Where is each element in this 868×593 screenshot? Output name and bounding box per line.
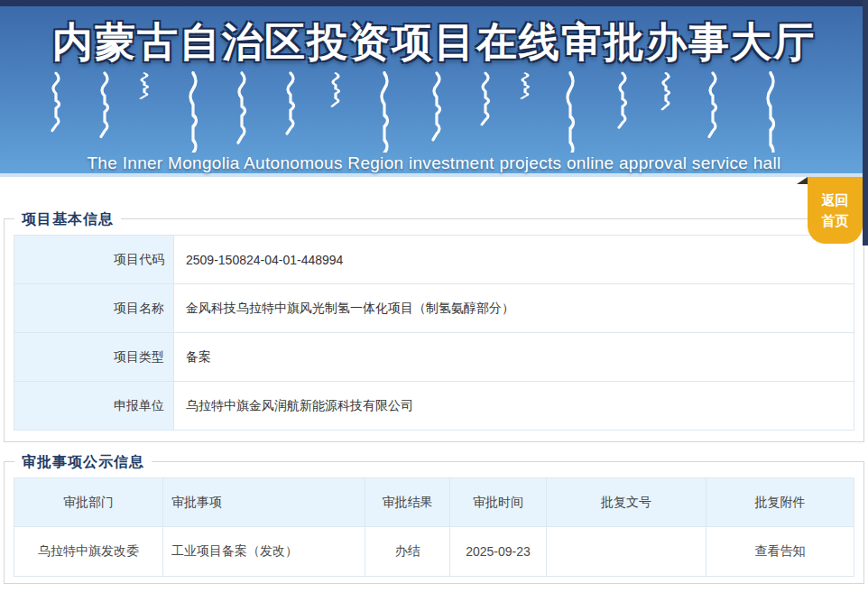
cell-approval-dept: 乌拉特中旗发改委 (14, 527, 163, 577)
field-label-project-code: 项目代码 (14, 236, 174, 284)
field-value-project-name: 金风科技乌拉特中旗风光制氢一体化项目（制氢氨醇部分） (174, 284, 854, 333)
table-row: 乌拉特中旗发改委 工业项目备案（发改） 办结 2025-09-23 查看告知 (14, 527, 854, 577)
approval-info-panel: 审批事项公示信息 审批部门 审批事项 审批结果 审批时间 批复文号 批复附件 乌… (4, 461, 864, 584)
return-home-label-line1: 返回 (822, 190, 849, 210)
basic-info-panel: 项目基本信息 项目代码 2509-150824-04-01-448994 项目名… (4, 218, 864, 442)
basic-info-title: 项目基本信息 (14, 210, 121, 229)
field-value-declaring-unit: 乌拉特中旗金风润航新能源科技有限公司 (174, 382, 854, 431)
col-header-approval-item: 审批事项 (163, 478, 365, 527)
return-home-label-line2: 首页 (822, 210, 849, 231)
col-header-approval-result: 审批结果 (365, 478, 450, 527)
field-label-declaring-unit: 申报单位 (14, 382, 174, 431)
table-row: 申报单位 乌拉特中旗金风润航新能源科技有限公司 (14, 382, 854, 431)
scrollbar-thumb[interactable] (863, 0, 868, 246)
site-title-english: The Inner Mongolia Autonomous Region inv… (0, 153, 868, 173)
site-banner: 内蒙古自治区投资项目在线审批办事大厅 The Inner Mongolia Au… (0, 0, 868, 177)
table-row: 项目类型 备案 (14, 333, 854, 382)
approval-info-title: 审批事项公示信息 (14, 453, 152, 472)
cell-approval-item: 工业项目备案（发改） (163, 527, 365, 577)
table-row: 项目代码 2509-150824-04-01-448994 (14, 236, 854, 284)
field-label-project-name: 项目名称 (14, 284, 174, 333)
cell-reply-doc-no (547, 527, 706, 577)
col-header-approval-time: 审批时间 (450, 478, 547, 527)
field-value-project-code: 2509-150824-04-01-448994 (174, 236, 854, 284)
col-header-approval-dept: 审批部门 (14, 478, 163, 527)
col-header-reply-doc-no: 批复文号 (547, 478, 706, 527)
mongolian-script (46, 71, 822, 153)
top-navy-bar (0, 0, 868, 6)
table-row: 项目名称 金风科技乌拉特中旗风光制氢一体化项目（制氢氨醇部分） (14, 284, 854, 333)
cell-approval-time: 2025-09-23 (450, 527, 547, 577)
return-home-button[interactable]: 返回 首页 (808, 177, 863, 244)
site-title-chinese: 内蒙古自治区投资项目在线审批办事大厅 (0, 15, 868, 69)
field-value-project-type: 备案 (174, 333, 854, 382)
basic-info-table: 项目代码 2509-150824-04-01-448994 项目名称 金风科技乌… (14, 235, 854, 431)
field-label-project-type: 项目类型 (14, 333, 174, 382)
col-header-reply-attachment: 批复附件 (706, 478, 854, 527)
table-header-row: 审批部门 审批事项 审批结果 审批时间 批复文号 批复附件 (14, 478, 854, 527)
cell-approval-result: 办结 (365, 527, 450, 577)
approval-info-table: 审批部门 审批事项 审批结果 审批时间 批复文号 批复附件 乌拉特中旗发改委 工… (14, 477, 854, 577)
view-notice-link[interactable]: 查看告知 (706, 527, 854, 577)
